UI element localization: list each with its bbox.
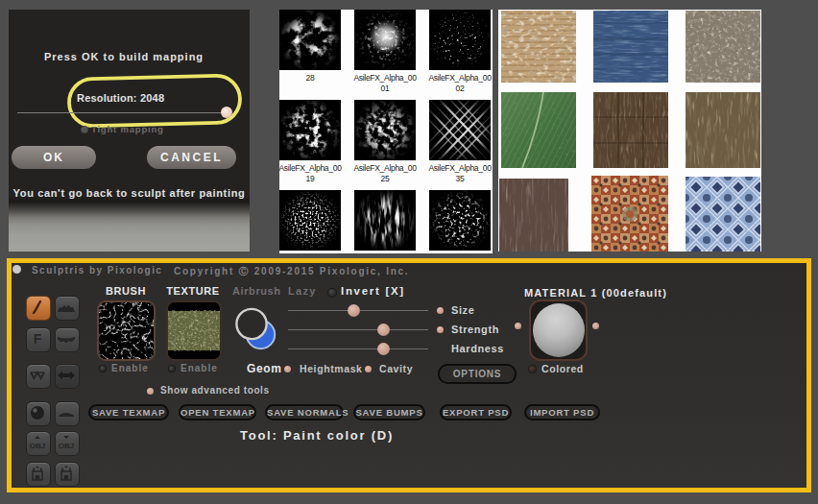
svg-text:OBJ: OBJ (59, 442, 74, 450)
svg-text:OBJ: OBJ (30, 442, 45, 450)
svg-text:F: F (34, 331, 42, 347)
